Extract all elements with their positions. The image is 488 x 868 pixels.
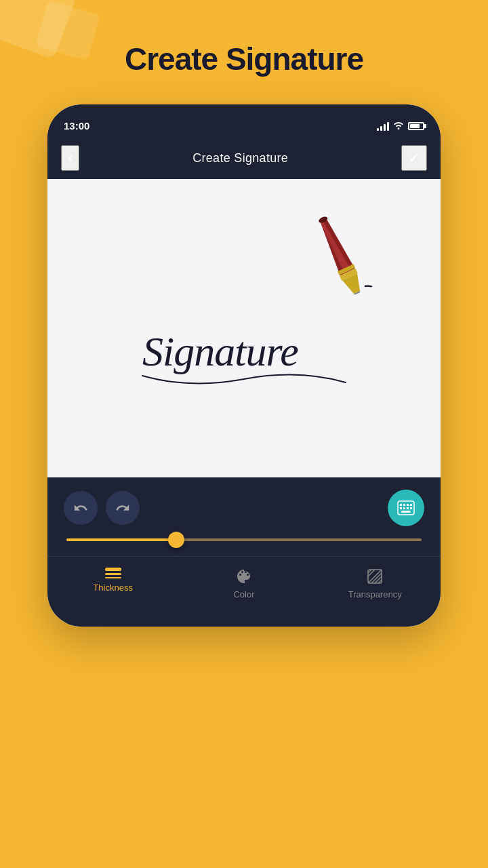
slider-fill <box>66 538 176 541</box>
phone-top: 13:00 <box>47 104 441 137</box>
status-time: 13:00 <box>64 120 89 132</box>
transparency-icon <box>366 568 384 585</box>
svg-rect-15 <box>407 507 409 509</box>
svg-text:Signature: Signature <box>142 328 298 374</box>
signal-bar-3 <box>384 124 386 131</box>
signature-illustration: Signature <box>136 264 352 393</box>
confirm-button[interactable]: ✓ <box>401 145 427 171</box>
redo-button[interactable] <box>106 491 140 525</box>
signal-bars-icon <box>377 121 389 131</box>
nav-item-transparency[interactable]: Transparency <box>310 565 441 602</box>
nav-label-transparency: Transparency <box>348 589 402 599</box>
svg-rect-14 <box>403 507 405 509</box>
canvas-area[interactable]: Signature <box>47 179 441 477</box>
nav-label-thickness: Thickness <box>93 583 133 593</box>
color-icon <box>235 568 253 585</box>
app-header: ‹ Create Signature ✓ <box>47 137 441 179</box>
svg-rect-12 <box>410 504 412 506</box>
action-buttons <box>64 491 140 525</box>
nav-item-color[interactable]: Color <box>178 565 309 602</box>
svg-rect-16 <box>410 507 412 509</box>
battery-fill <box>410 124 420 128</box>
wifi-icon <box>393 120 404 132</box>
phone-frame: 13:00 <box>47 104 441 627</box>
signal-bar-4 <box>387 122 389 131</box>
svg-rect-11 <box>407 504 409 506</box>
svg-rect-13 <box>400 507 402 509</box>
back-button[interactable]: ‹ <box>61 145 79 171</box>
keyboard-button[interactable] <box>388 490 424 526</box>
toolbar-actions <box>64 490 424 526</box>
thickness-slider-container <box>64 538 424 541</box>
signal-bar-2 <box>380 126 382 131</box>
signal-bar-1 <box>377 128 379 131</box>
svg-rect-17 <box>401 511 411 513</box>
phone-wrapper: 13:00 <box>0 98 488 627</box>
svg-marker-1 <box>320 218 351 274</box>
phone-bottom <box>47 613 441 627</box>
signature-svg: Signature <box>136 284 352 393</box>
nav-item-thickness[interactable]: Thickness <box>47 565 178 602</box>
status-icons <box>377 120 424 132</box>
svg-rect-9 <box>400 504 402 506</box>
slider-track[interactable] <box>66 538 422 541</box>
toolbar <box>47 477 441 556</box>
thickness-icon <box>105 568 121 578</box>
header-title: Create Signature <box>192 151 288 165</box>
svg-rect-10 <box>403 504 405 506</box>
undo-button[interactable] <box>64 491 98 525</box>
bottom-nav: Thickness Color <box>47 556 441 613</box>
nav-label-color: Color <box>233 589 254 599</box>
battery-icon <box>408 122 424 130</box>
slider-thumb[interactable] <box>168 532 184 548</box>
